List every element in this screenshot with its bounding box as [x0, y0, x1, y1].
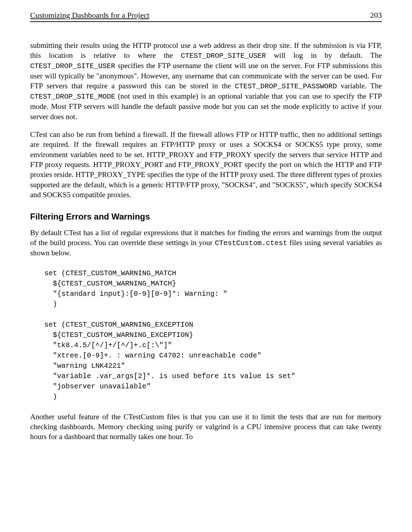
paragraph-2: CTest can also be run from behind a fire…	[30, 129, 382, 200]
paragraph-4: Another useful feature of the CTestCusto…	[30, 412, 382, 442]
code-inline: CTEST_DROP_SITE_USER	[181, 52, 266, 60]
code-inline: CTEST_DROP_SITE_MODE	[30, 93, 115, 101]
text: variable. The	[337, 82, 382, 90]
section-heading: Filtering Errors and Warnings	[30, 211, 382, 222]
code-block: set (CTEST_CUSTOM_WARNING_MATCH ${CTEST_…	[44, 268, 382, 402]
code-inline: CTestCustom.ctest	[215, 239, 287, 247]
page-number: 203	[370, 10, 382, 21]
code-inline: CTEST_DROP_SITE_USER	[30, 62, 115, 70]
code-inline: CTEST_DROP_SITE_PASSWORD	[235, 82, 337, 90]
running-head: Customizing Dashboards for a Project 203	[30, 10, 382, 22]
paragraph-1: submitting their results using the HTTP …	[30, 40, 382, 122]
paragraph-3: By default CTest has a list of regular e…	[30, 228, 382, 258]
running-title: Customizing Dashboards for a Project	[30, 10, 149, 21]
page: Customizing Dashboards for a Project 203…	[0, 0, 412, 464]
text: will log in by default. The	[266, 51, 382, 60]
